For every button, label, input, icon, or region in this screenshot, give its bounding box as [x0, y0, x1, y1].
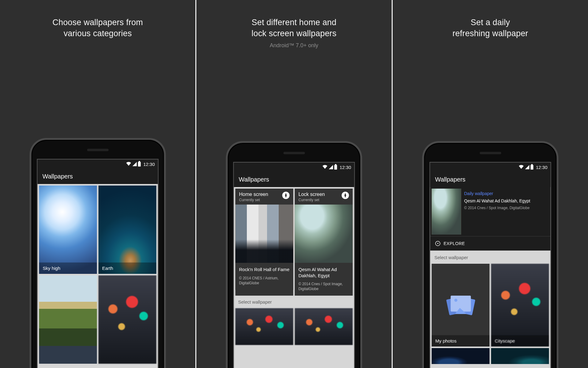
phone-mockup: 12:30 Wallpapers Home screen	[226, 141, 362, 368]
card-heading: Lock screen	[299, 192, 325, 197]
promo-subtitle: Android™ 7.0+ only	[270, 42, 318, 49]
wallpaper-preview	[236, 205, 293, 263]
wifi-icon	[126, 162, 131, 167]
app-bar: Wallpapers	[234, 172, 354, 187]
status-bar: 12:30	[234, 163, 354, 172]
wifi-icon	[322, 165, 328, 170]
category-card-earth[interactable]: Earth	[99, 186, 156, 274]
daily-wallpaper-location: Qesm Al Wahat Ad Dakhlah, Egypt	[464, 198, 549, 203]
explore-icon[interactable]	[282, 192, 290, 199]
promo-title-line2: refreshing wallpaper	[452, 28, 528, 39]
explore-label: EXPLORE	[444, 241, 465, 246]
category-card[interactable]	[99, 275, 156, 364]
daily-wallpaper-thumb	[432, 189, 461, 235]
home-screen-card[interactable]: Home screen Currently set Rock'n Roll Ha…	[236, 189, 293, 296]
status-time: 12:30	[340, 165, 351, 170]
status-bar: 12:30	[430, 163, 551, 172]
app-bar: Wallpapers	[430, 172, 551, 187]
promo-panel-1: Choose wallpapers from various categorie…	[0, 0, 196, 368]
daily-wallpaper-header[interactable]: Daily wallpaper Qesm Al Wahat Ad Dakhlah…	[430, 187, 551, 236]
photos-icon	[447, 294, 474, 316]
promo-title-line1: Set a daily	[452, 17, 528, 28]
wallpaper-thumb[interactable]	[236, 308, 293, 345]
wallpaper-credit: © 2014 Cnes / Spot Image, DigitalGlobe	[299, 282, 349, 291]
cell-signal-icon	[133, 162, 137, 166]
explore-icon	[435, 241, 441, 246]
category-card-my-photos[interactable]: My photos	[432, 264, 490, 347]
category-label: My photos	[432, 335, 490, 347]
card-subheading: Currently set	[299, 198, 325, 202]
category-card[interactable]	[39, 275, 97, 364]
wifi-icon	[519, 165, 524, 170]
phone-speaker	[283, 152, 305, 154]
wallpaper-thumb[interactable]	[295, 308, 353, 345]
promo-title: Set different home and lock screen wallp…	[251, 17, 337, 39]
wallpaper-thumb[interactable]	[491, 348, 549, 364]
status-bar: 12:30	[38, 159, 158, 169]
wallpaper-thumb[interactable]	[432, 348, 490, 364]
explore-button[interactable]: EXPLORE	[430, 236, 551, 251]
wallpaper-name: Qesm Al Wahat Ad Dakhlah, Egypt	[299, 266, 349, 278]
category-label: Cityscape	[491, 335, 549, 347]
phone-screen: 12:30 Wallpapers Sky high Earth	[37, 159, 159, 368]
explore-icon[interactable]	[342, 192, 349, 199]
wallpaper-credit: © 2014 CNES / Astrium, DigitalGlobe	[239, 276, 290, 286]
card-subheading: Currently set	[239, 198, 268, 202]
promo-panel-2: Set different home and lock screen wallp…	[196, 0, 393, 368]
promo-title-line2: various categories	[52, 28, 143, 39]
status-time: 12:30	[536, 165, 548, 170]
category-label: Sky high	[39, 263, 97, 274]
cell-signal-icon	[525, 165, 530, 169]
phone-screen: 12:30 Wallpapers Daily wallpaper Qesm Al…	[430, 162, 551, 368]
phone-screen: 12:30 Wallpapers Home screen	[233, 162, 355, 368]
promo-title-line2: lock screen wallpapers	[251, 28, 337, 39]
promo-title-line1: Set different home and	[251, 17, 337, 28]
app-bar: Wallpapers	[38, 169, 158, 184]
select-wallpaper-header: Select wallpaper	[430, 251, 551, 264]
app-title: Wallpapers	[239, 176, 269, 183]
daily-wallpaper-credit: © 2014 Cnes / Spot Image, DigitalGlobe	[464, 206, 549, 210]
category-label: Earth	[99, 263, 156, 274]
phone-speaker	[87, 149, 108, 151]
select-wallpaper-header: Select wallpaper	[234, 296, 354, 308]
battery-icon	[334, 165, 337, 170]
wallpaper-preview	[295, 205, 353, 263]
wallpaper-name: Rock'n Roll Hall of Fame	[239, 266, 290, 273]
battery-icon	[531, 165, 533, 170]
phone-speaker	[480, 152, 501, 154]
cell-signal-icon	[329, 165, 333, 169]
status-time: 12:30	[143, 162, 155, 167]
promo-panel-3: Set a daily refreshing wallpaper 12:30	[393, 0, 588, 368]
app-title: Wallpapers	[435, 176, 466, 183]
category-card-cityscape[interactable]: Cityscape	[491, 264, 549, 347]
promo-title-line1: Choose wallpapers from	[52, 17, 143, 28]
daily-wallpaper-label: Daily wallpaper	[464, 191, 549, 196]
card-heading: Home screen	[239, 192, 268, 197]
category-card-sky-high[interactable]: Sky high	[39, 186, 97, 274]
phone-mockup: 12:30 Wallpapers Sky high Earth	[30, 138, 166, 368]
promo-title: Set a daily refreshing wallpaper	[452, 17, 528, 39]
app-title: Wallpapers	[43, 173, 73, 180]
battery-icon	[138, 162, 141, 167]
lock-screen-card[interactable]: Lock screen Currently set Qesm Al Wahat …	[295, 189, 353, 296]
phone-mockup: 12:30 Wallpapers Daily wallpaper Qesm Al…	[422, 141, 559, 368]
promo-title: Choose wallpapers from various categorie…	[52, 17, 143, 39]
